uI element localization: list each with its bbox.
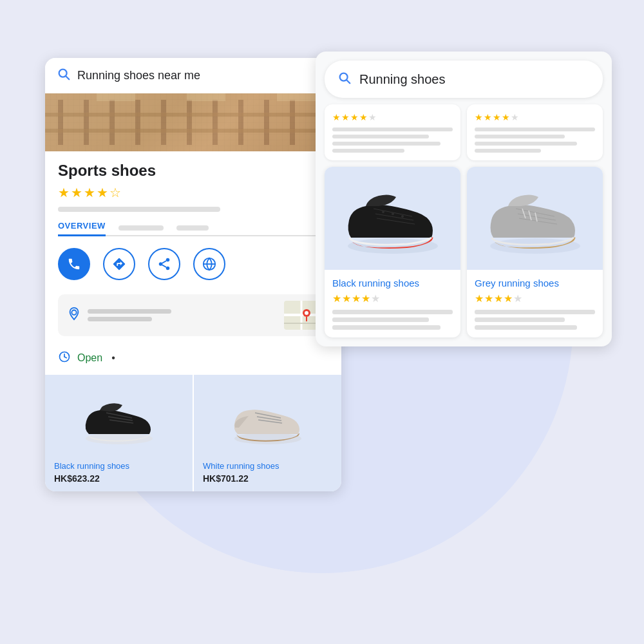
tab-placeholder-2 [176, 225, 209, 231]
left-product-card-white[interactable]: White running shoes HK$701.22 [194, 375, 341, 491]
right-product-card-grey[interactable]: Grey running shoes ★ ★ ★ ★ ★ [467, 167, 603, 337]
svg-point-50 [382, 211, 384, 213]
business-photo [45, 93, 341, 151]
business-name: Sports shoes [58, 162, 328, 180]
call-button[interactable] [58, 248, 90, 280]
right-grey-shoe-image [467, 167, 603, 270]
svg-rect-12 [290, 100, 295, 145]
svg-line-35 [64, 357, 66, 358]
black-shoe-price: HK$623.22 [54, 473, 184, 484]
search-icon [57, 67, 71, 84]
address-line-2 [88, 317, 152, 321]
svg-point-20 [159, 262, 163, 266]
black-shoe-image [54, 384, 184, 455]
right-grey-shoe-lines [475, 310, 595, 330]
svg-rect-15 [45, 129, 341, 133]
detail-line-1 [58, 207, 220, 212]
svg-point-19 [166, 258, 170, 262]
right-search-text: Running shoes [359, 72, 445, 87]
location-icon [67, 307, 81, 325]
scene: Running shoes near me [32, 32, 612, 612]
right-search-icon [337, 71, 352, 88]
black-shoe-name: Black running shoes [54, 461, 184, 471]
clock-icon [58, 350, 71, 366]
right-black-shoe-stars: ★ ★ ★ ★ ★ [332, 292, 453, 305]
star-half: ☆ [109, 185, 121, 200]
svg-point-51 [392, 213, 394, 215]
open-label: Open [77, 352, 102, 364]
business-details-placeholder [58, 207, 328, 212]
address-lines [88, 309, 171, 321]
top-result-card-1[interactable]: ★ ★ ★ ★ ★ [325, 104, 460, 160]
right-products-row: Black running shoes ★ ★ ★ ★ ★ [316, 167, 612, 346]
svg-line-23 [162, 261, 166, 263]
svg-point-21 [166, 267, 170, 270]
address-line-1 [88, 309, 171, 314]
svg-point-52 [401, 215, 404, 218]
svg-rect-10 [238, 100, 243, 145]
result-2-lines [475, 128, 595, 153]
right-black-shoe-name: Black running shoes [332, 278, 453, 289]
top-results-row: ★ ★ ★ ★ ★ ★ ★ ★ ★ [316, 104, 612, 167]
right-grey-shoe-name: Grey running shoes [475, 278, 595, 289]
share-button[interactable] [148, 248, 180, 280]
svg-rect-17 [187, 93, 225, 101]
business-rating-stars: ★ ★ ★ ★ ☆ [58, 185, 328, 200]
white-shoe-price: HK$701.22 [203, 473, 332, 484]
left-card-maps: Running shoes near me [45, 58, 341, 491]
right-black-shoe-lines [332, 310, 453, 330]
left-search-bar[interactable]: Running shoes near me [45, 58, 341, 93]
svg-rect-16 [97, 93, 135, 101]
svg-rect-14 [45, 113, 341, 117]
svg-rect-2 [45, 93, 341, 151]
tab-bar: OVERVIEW [58, 221, 328, 236]
left-search-text: Running shoes near me [77, 69, 200, 82]
result-2-stars: ★ ★ ★ ★ ★ [475, 112, 595, 122]
left-products-row: Black running shoes HK$623.22 [45, 375, 341, 491]
tab-placeholder-1 [118, 225, 164, 231]
star-4: ★ [97, 185, 108, 200]
website-button[interactable] [193, 248, 225, 280]
white-shoe-name: White running shoes [203, 461, 332, 471]
separator-dot: • [111, 352, 115, 364]
right-grey-shoe-info: Grey running shoes ★ ★ ★ ★ ★ [467, 270, 603, 337]
svg-rect-18 [277, 93, 316, 101]
left-product-card-black[interactable]: Black running shoes HK$623.22 [45, 375, 194, 491]
directions-button[interactable] [103, 248, 135, 280]
right-product-card-black[interactable]: Black running shoes ★ ★ ★ ★ ★ [325, 167, 460, 337]
svg-rect-4 [84, 100, 89, 145]
result-1-lines [332, 128, 453, 153]
svg-line-1 [66, 76, 69, 79]
right-grey-shoe-stars: ★ ★ ★ ★ ★ [475, 292, 595, 305]
svg-point-26 [71, 310, 76, 314]
svg-line-45 [346, 80, 350, 83]
open-status: Open • [45, 344, 341, 375]
svg-line-22 [162, 265, 166, 267]
star-2: ★ [71, 185, 82, 200]
top-result-card-2[interactable]: ★ ★ ★ ★ ★ [467, 104, 603, 160]
map-preview[interactable] [58, 294, 328, 336]
svg-rect-8 [187, 100, 192, 145]
business-section: Sports shoes ★ ★ ★ ★ ☆ OVERVIEW [45, 151, 341, 294]
action-buttons-row [58, 245, 328, 289]
right-search-bar[interactable]: Running shoes [325, 61, 603, 98]
svg-rect-6 [135, 100, 140, 145]
svg-rect-7 [161, 100, 166, 145]
white-shoe-image [203, 384, 332, 455]
mini-map [284, 301, 319, 330]
result-1-stars: ★ ★ ★ ★ ★ [332, 112, 453, 122]
svg-rect-5 [109, 100, 115, 145]
svg-rect-3 [58, 100, 63, 145]
star-1: ★ [58, 185, 70, 200]
svg-rect-11 [264, 100, 269, 145]
svg-rect-9 [213, 100, 218, 145]
star-3: ★ [84, 185, 95, 200]
right-card-search: Running shoes ★ ★ ★ ★ ★ [316, 52, 612, 346]
tab-overview[interactable]: OVERVIEW [58, 221, 106, 236]
svg-point-32 [305, 311, 308, 315]
right-black-shoe-info: Black running shoes ★ ★ ★ ★ ★ [325, 270, 460, 337]
right-black-shoe-image [325, 167, 460, 270]
